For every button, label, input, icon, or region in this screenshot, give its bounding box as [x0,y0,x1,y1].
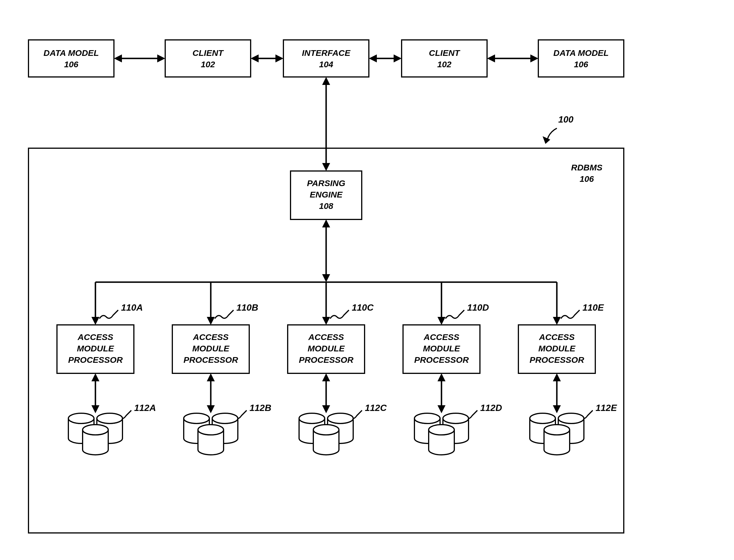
parsing-to-bus [322,219,330,282]
svg-text:MODULE: MODULE [423,344,460,353]
svg-text:ACCESS: ACCESS [193,332,229,342]
database-icon [68,413,123,455]
db-ref-2: 112B [250,403,272,413]
svg-marker-23 [322,163,330,171]
interface-to-parsing [322,77,330,171]
system-reference: 100 [543,114,574,144]
data-model-left-ref: 106 [64,60,78,69]
svg-marker-16 [393,54,401,62]
db-ref-3: 112C [365,403,387,413]
svg-marker-47 [322,317,330,325]
db-ref-4: 112D [480,403,502,413]
amp-units: 110A ACCESS MODULE PROCESSOR 112A 110B A… [57,282,617,455]
svg-text:PROCESSOR: PROCESSOR [414,355,469,364]
svg-rect-3 [28,40,114,77]
db-ref-5: 112E [596,403,617,413]
svg-text:ACCESS: ACCESS [423,332,459,342]
svg-marker-63 [437,405,445,413]
amp-unit-1: 110A ACCESS MODULE PROCESSOR 112A [57,282,156,455]
svg-marker-54 [322,405,330,413]
parsing-engine: PARSING ENGINE 108 [291,171,362,219]
svg-marker-62 [437,373,445,381]
parsing-engine-l3: 108 [319,201,333,211]
svg-rect-4 [165,40,251,77]
svg-marker-56 [437,317,445,325]
parsing-engine-l1: PARSING [307,178,345,188]
amp-unit-3: 110C ACCESS MODULE PROCESSOR 112C [288,282,387,455]
svg-text:MODULE: MODULE [192,344,230,353]
data-model-right-ref: 106 [574,60,588,69]
svg-marker-26 [322,219,330,227]
svg-marker-22 [322,77,330,85]
svg-text:MODULE: MODULE [538,344,576,353]
database-icon [299,413,353,455]
svg-rect-5 [284,40,369,77]
parsing-engine-l2: ENGINE [310,190,343,199]
svg-text:ACCESS: ACCESS [77,332,113,342]
svg-marker-15 [369,54,377,62]
svg-marker-19 [530,54,538,62]
svg-marker-38 [207,317,215,325]
amp-ref-4: 110D [467,302,489,313]
amp-ref-3: 110C [352,302,374,313]
svg-marker-9 [114,54,122,62]
svg-rect-7 [538,40,624,77]
client-left-label: CLIENT [193,48,224,58]
svg-marker-20 [543,136,550,144]
interface-ref: 104 [319,60,333,69]
database-icon [184,413,238,455]
amp-unit-4: 110D ACCESS MODULE PROCESSOR 112D [403,282,502,455]
svg-marker-45 [207,405,215,413]
data-model-right-label: DATA MODEL [553,48,609,58]
svg-marker-10 [157,54,165,62]
amp-ref-2: 110B [237,302,258,313]
svg-marker-13 [276,54,284,62]
db-ref-1: 112A [134,403,156,413]
amp-unit-5: 110E ACCESS MODULE PROCESSOR 112E [518,282,617,455]
svg-text:PROCESSOR: PROCESSOR [184,355,238,364]
svg-marker-29 [91,317,99,325]
svg-text:PROCESSOR: PROCESSOR [299,355,354,364]
svg-marker-27 [322,274,330,282]
client-right-label: CLIENT [429,48,460,58]
svg-marker-12 [251,54,259,62]
amp-unit-2: 110B ACCESS MODULE PROCESSOR 112B [172,282,272,455]
interface-label: INTERFACE [302,48,351,58]
database-icon [530,413,584,455]
svg-text:ACCESS: ACCESS [539,332,574,342]
amp-ref-5: 110E [582,302,604,313]
svg-marker-36 [91,405,99,413]
svg-text:PROCESSOR: PROCESSOR [529,355,584,364]
svg-text:MODULE: MODULE [77,344,114,353]
svg-text:MODULE: MODULE [308,344,345,353]
svg-marker-44 [207,373,215,381]
svg-marker-35 [91,373,99,381]
data-model-left-label: DATA MODEL [44,48,99,58]
client-left-ref: 102 [201,60,215,69]
rdbms-title: RDBMS [571,163,602,172]
client-right-ref: 102 [437,60,451,69]
amp-ref-1: 110A [121,302,143,313]
svg-text:PROCESSOR: PROCESSOR [68,355,123,364]
database-icon [414,413,468,455]
svg-marker-53 [322,373,330,381]
rdbms-ref: 106 [580,174,594,184]
svg-marker-72 [553,405,561,413]
svg-marker-71 [553,373,561,381]
system-ref-label: 100 [558,114,574,125]
svg-marker-65 [553,317,561,325]
svg-rect-6 [401,40,487,77]
svg-marker-18 [487,54,495,62]
svg-text:ACCESS: ACCESS [308,332,344,342]
